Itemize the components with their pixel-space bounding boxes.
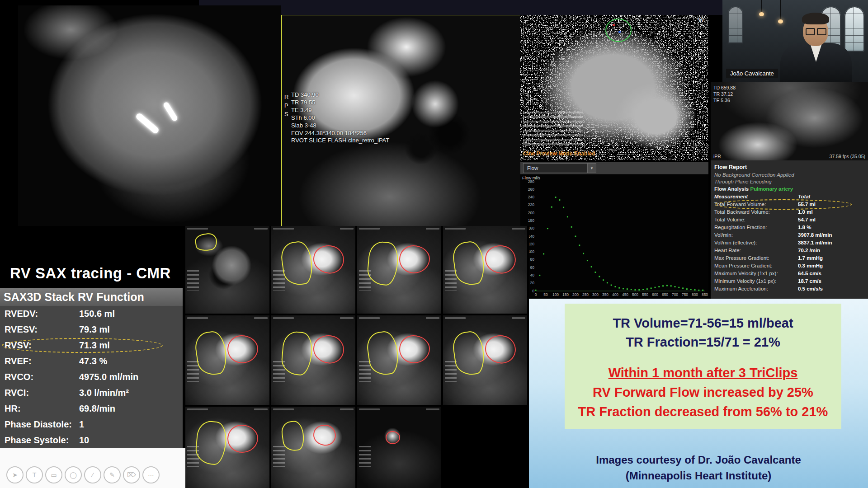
svg-text:40: 40 — [530, 273, 535, 277]
report-row: Mean Pressure Gradient: 0.3 mmHg — [714, 262, 864, 270]
more-icon[interactable]: ⋯ — [142, 466, 160, 483]
svg-text:Flow ml/s: Flow ml/s — [522, 175, 540, 180]
scan-param-line: STh 6.00 — [291, 114, 389, 122]
svg-text:180: 180 — [528, 218, 534, 223]
window-shape — [844, 6, 864, 52]
contour-red — [227, 335, 258, 363]
metric-row: RVCI: 3.0 l/min/m² — [0, 385, 183, 401]
summary-box: TR Volume=71-56=15 ml/beat TR Fraction=1… — [565, 304, 841, 429]
contour-red — [311, 333, 345, 365]
flow-chart-panel: Flow ▾ 020406080100120140160180200220240… — [520, 162, 708, 299]
triclips-headline: Within 1 month after 3 TriClips — [609, 363, 798, 383]
svg-text:450: 450 — [622, 292, 628, 297]
sax-slice-image — [271, 226, 355, 314]
sax-stack-grid — [185, 226, 529, 488]
svg-text:200: 200 — [572, 292, 579, 297]
eraser-icon[interactable]: ⌦ — [123, 466, 140, 483]
contour-red — [386, 431, 400, 444]
svg-text:200: 200 — [528, 211, 534, 215]
ipr-label: iPR — [713, 154, 721, 159]
sax-slice-image — [185, 315, 269, 405]
svg-text:350: 350 — [602, 292, 609, 297]
pendant-lamp — [780, 0, 781, 20]
flow-analysis-label: Flow Analysis — [714, 186, 749, 192]
pendant-lamp — [761, 0, 762, 13]
report-title: Flow Report — [714, 164, 864, 170]
ct-cine-image — [18, 5, 281, 226]
sax-slice-image — [443, 315, 527, 405]
scan-param-line: TE 3.49 — [291, 107, 389, 114]
report-row: Minimum Velocity (1x1 px): 18.7 cm/s — [714, 277, 864, 285]
line-icon[interactable]: ∕ — [84, 466, 101, 483]
illegible-overlay-text — [523, 112, 583, 148]
svg-text:100: 100 — [552, 292, 559, 297]
report-note: No Background Correction Applied — [714, 172, 864, 178]
column-total: Total — [798, 193, 810, 201]
svg-text:400: 400 — [612, 292, 618, 297]
roi-marker-blue — [618, 31, 621, 33]
svg-text:50: 50 — [543, 292, 548, 297]
sax-slice-image — [443, 226, 527, 314]
pendant-lamp — [778, 19, 783, 23]
speaker-hair — [802, 13, 829, 24]
metric-row: RVSV: 71.3 ml — [0, 338, 183, 353]
svg-text:300: 300 — [592, 292, 599, 297]
report-row: Heart Rate: 70.2 /min — [714, 247, 864, 254]
rvot-cine-image: R P S TD 340.90 TR 79.55 TE 3.49 STh 6.0… — [281, 15, 521, 226]
pointer-icon[interactable]: ➤ — [6, 466, 24, 483]
speaker-glasses — [806, 28, 826, 35]
flow-dropdown[interactable]: Flow ▾ — [523, 163, 596, 173]
svg-text:0: 0 — [532, 289, 534, 293]
speaker-name-label: João Cavalcante — [726, 69, 778, 78]
tr-decrease-line: TR Fraction decreased from 56% to 21% — [578, 402, 828, 422]
annotation-toolbar: ➤T▭◯∕✎⌦⋯ — [0, 448, 185, 488]
metric-row: Phase Diastole: 1 — [0, 417, 183, 432]
triclip-artifact — [135, 112, 160, 134]
chevron-down-icon: ▾ — [587, 164, 596, 173]
roi-circle — [605, 19, 632, 42]
flow-toolbar: Flow ▾ — [520, 162, 708, 174]
svg-text:150: 150 — [562, 292, 569, 297]
vessel-region — [615, 83, 697, 150]
text-icon[interactable]: T — [26, 466, 43, 483]
rectangle-icon[interactable]: ▭ — [45, 466, 62, 483]
axial-cine-image: TD 659.88 TR 37.12 TE 5.36 iPR 37.59 fps… — [711, 82, 868, 160]
tr-volume-line: TR Volume=71-56=15 ml/beat — [613, 314, 793, 333]
credit-line: Images courtesy of Dr. João Cavalcante — [529, 452, 868, 468]
scan-param-line: TR 37.12 — [713, 91, 736, 97]
svg-text:0: 0 — [535, 292, 537, 297]
flow-report-panel: Flow Report No Background Correction App… — [711, 160, 868, 299]
webcam-video[interactable]: João Cavalcante — [722, 0, 868, 82]
scan-parameters-overlay: TD 340.90 TR 79.55 TE 3.49 STh 6.00 Slab… — [291, 91, 389, 145]
sax-slice-image — [185, 407, 269, 488]
svg-text:250: 250 — [582, 292, 589, 297]
flow-analysis-vessel: Pulmonary artery — [750, 186, 793, 192]
rv-function-table: SAX3D Stack RV Function RVEDV: 150.6 ml … — [0, 288, 183, 448]
sax-slice-image — [271, 315, 355, 405]
report-row: Max Pressure Gradient: 1.7 mmHg — [714, 254, 864, 262]
svg-text:650: 650 — [662, 292, 668, 297]
svg-text:800: 800 — [692, 292, 698, 297]
orientation-letter: S — [284, 111, 288, 117]
scan-param-line: TR 79.55 — [291, 99, 389, 107]
contour-red — [312, 423, 337, 447]
orientation-letter: P — [284, 102, 288, 109]
column-measurement: Measurement — [714, 193, 798, 201]
pen-icon[interactable]: ✎ — [104, 466, 121, 483]
flow-dropdown-label: Flow — [524, 165, 538, 171]
sax-slice-image — [185, 226, 269, 314]
report-row: Total Backward Volume: 1.0 ml — [714, 208, 864, 216]
metric-row: Phase Systole: 10 — [0, 432, 183, 448]
sax-slice-image — [357, 226, 441, 314]
image-credit: Images courtesy of Dr. João Cavalcante (… — [529, 452, 868, 483]
roi-marker-red — [613, 24, 615, 26]
forward-flow-line: RV Forward Flow increased by 25% — [593, 383, 813, 402]
report-row: Total Volume: 54.7 ml — [714, 216, 864, 224]
ellipse-icon[interactable]: ◯ — [65, 466, 82, 483]
scan-param-line: RVOT SLICE FLASH cine_retro_iPAT — [291, 137, 389, 145]
svg-text:700: 700 — [672, 292, 678, 297]
contour-red — [227, 425, 258, 453]
sax-slice-image — [271, 407, 355, 488]
report-row: Total Forward Volume: 55.7 ml — [714, 201, 864, 208]
report-row: Vol/min: 3907.8 ml/min — [714, 231, 864, 239]
